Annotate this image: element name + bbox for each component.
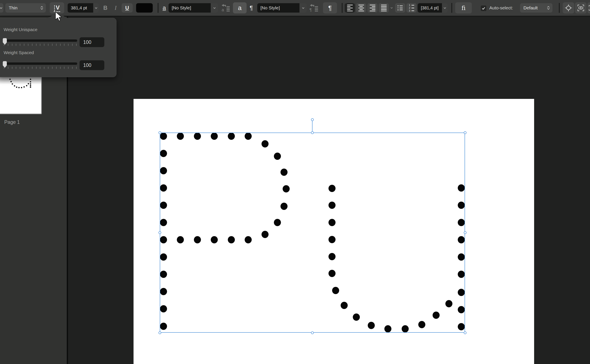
divider	[559, 3, 560, 13]
font-size-field[interactable]: 381,4 pt	[68, 3, 93, 13]
align-right-icon	[370, 5, 375, 11]
pilcrow-icon: ¶	[247, 3, 255, 13]
bold-button[interactable]: B	[101, 3, 110, 13]
variable-font-popup: Weight Unispace 100 Weight Spaced 100	[0, 18, 116, 77]
para-mode-button[interactable]: ¶	[323, 2, 337, 13]
align-right-button[interactable]	[367, 3, 378, 13]
leading-value: [381,4 pt]	[418, 6, 438, 10]
thumbnail-dot	[30, 83, 31, 84]
slider-label: Weight Spaced	[4, 50, 34, 55]
para-style-select[interactable]: [No Style]	[257, 3, 299, 13]
italic-button[interactable]: I	[112, 3, 119, 13]
divider	[342, 3, 343, 13]
slider-label: Weight Unispace	[4, 27, 37, 32]
chevron-down-icon	[213, 7, 216, 9]
mouse-cursor-icon	[55, 11, 63, 22]
clipped-frame-icon	[589, 4, 590, 12]
slider-track[interactable]	[3, 62, 77, 65]
char-style-mode-button[interactable]: a	[233, 2, 247, 13]
thumbnail-dot	[14, 85, 15, 86]
page-label: Page 1	[4, 119, 20, 125]
chevron-down-icon	[0, 7, 3, 9]
chevron-down-icon	[390, 7, 393, 9]
thumbnail-dot	[10, 81, 12, 82]
divider	[158, 3, 159, 13]
thumbnail-dot	[16, 86, 17, 88]
crosshair-target-icon	[565, 4, 572, 12]
numbered-list-button[interactable]: 123	[406, 3, 417, 13]
font-size-dropdown-cap[interactable]	[93, 3, 99, 13]
update-para-style-icon: ¶	[309, 4, 318, 12]
fi-ligature-label: fi	[462, 5, 466, 12]
chevron-down-icon	[302, 7, 305, 9]
thumbnail-dot	[30, 85, 31, 86]
para-style-dropdown-cap[interactable]	[299, 3, 307, 13]
thumbnail-dot	[30, 86, 31, 88]
thumbnail-dot	[18, 87, 20, 88]
selection-handle[interactable]	[464, 131, 466, 134]
align-left-icon	[347, 5, 353, 11]
align-more-chevron[interactable]	[390, 3, 394, 13]
page-thumbnail[interactable]	[0, 77, 42, 114]
thumbnail-dot	[9, 79, 11, 80]
char-style-select[interactable]: [No Style]	[168, 3, 211, 13]
bullet-list-icon	[398, 5, 403, 10]
thumbnail-dot	[23, 86, 25, 88]
svg-text:a: a	[222, 7, 224, 12]
clipped-tool-button[interactable]	[587, 2, 590, 13]
thumbnail-dot	[12, 83, 13, 84]
selection-handle[interactable]	[311, 131, 314, 134]
update-char-style-button[interactable]: a	[220, 3, 230, 12]
svg-text:¶: ¶	[310, 7, 312, 12]
selection-handle[interactable]	[159, 332, 161, 334]
leading-dropdown-cap[interactable]	[442, 3, 448, 13]
selection-handle[interactable]	[464, 231, 466, 234]
update-para-style-button[interactable]: ¶	[309, 3, 319, 12]
selection-handle[interactable]	[311, 332, 314, 334]
selection-handle[interactable]	[464, 332, 466, 334]
chevron-down-icon	[444, 7, 446, 9]
auto-select-dropdown[interactable]: Default	[520, 3, 552, 13]
bullet-list-button[interactable]	[395, 3, 405, 13]
selection-handle[interactable]	[159, 131, 161, 134]
updown-chevrons-icon	[40, 6, 43, 10]
update-char-style-icon: a	[221, 4, 230, 12]
thumbnail-dot	[21, 87, 22, 88]
weight-spaced-value[interactable]: 100	[80, 60, 104, 70]
char-style-icon: a	[160, 3, 168, 13]
slider-ticks	[4, 67, 77, 69]
align-justify-button[interactable]	[379, 3, 389, 13]
rotation-handle-stem	[312, 120, 312, 133]
underline-button[interactable]: U	[122, 3, 133, 13]
align-left-button[interactable]	[345, 3, 355, 13]
chevron-down-icon	[95, 7, 98, 9]
updown-chevrons-icon	[547, 6, 550, 10]
leading-field[interactable]: [381,4 pt]	[418, 3, 442, 13]
ligatures-button[interactable]: fi	[455, 2, 472, 13]
auto-select-label: Auto-select:	[489, 0, 513, 16]
variable-font-axes-icon: V	[54, 5, 60, 11]
align-center-button[interactable]	[356, 3, 366, 13]
slider-ticks	[4, 44, 77, 46]
rotation-handle[interactable]	[311, 118, 314, 121]
selection-handle[interactable]	[159, 231, 161, 234]
registration-target-button[interactable]	[563, 2, 574, 13]
clipped-combo-fragment[interactable]	[0, 3, 3, 13]
font-style-select[interactable]: Thin	[5, 3, 46, 13]
para-style-value: [No Style]	[257, 5, 280, 10]
auto-select-checkbox[interactable]	[480, 5, 487, 12]
text-frame-selection[interactable]	[160, 133, 465, 333]
numbered-list-icon: 123	[409, 4, 414, 12]
check-icon	[482, 7, 485, 10]
weight-unispace-value[interactable]: 100	[80, 37, 104, 47]
preview-frame-button[interactable]	[575, 2, 587, 13]
char-style-dropdown-cap[interactable]	[211, 3, 218, 13]
slider-track[interactable]	[3, 39, 77, 42]
auto-select-value: Default	[520, 5, 547, 10]
thumbnail-dot	[30, 79, 31, 80]
thumbnail-dot	[26, 85, 27, 86]
text-color-swatch[interactable]	[136, 3, 153, 13]
eye-in-frame-icon	[577, 4, 584, 12]
align-center-icon	[358, 5, 364, 11]
font-style-value: Thin	[5, 5, 40, 10]
